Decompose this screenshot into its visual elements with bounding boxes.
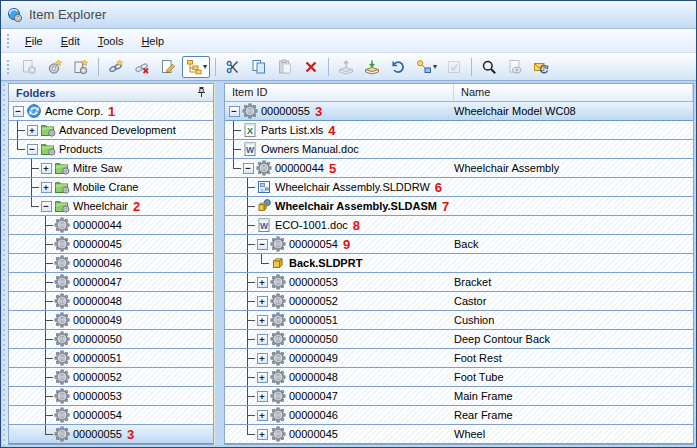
tree-row[interactable]: −Acme Corp.1 [9,102,213,121]
expand-toggle[interactable]: + [257,429,268,440]
tree-row[interactable]: 00000048 [9,292,213,311]
expand-toggle[interactable]: + [41,163,52,174]
undo-arrow-icon [390,59,407,75]
column-header-name[interactable]: Name [454,84,693,101]
menu-tools[interactable]: Tools [89,32,133,50]
view-properties-button[interactable] [17,56,41,78]
expand-toggle[interactable]: + [257,410,268,421]
list-row[interactable]: +00000047Main Frame [225,387,693,406]
list-row[interactable]: +00000046Rear Frame [225,406,693,425]
item-icon [241,103,258,119]
list-row[interactable]: WECO-1001.doc8 [225,216,693,235]
list-row[interactable]: +00000053Bracket [225,273,693,292]
tree-row[interactable]: 00000049 [9,311,213,330]
tree-row[interactable]: 000000553 [9,425,213,444]
search-button[interactable] [477,56,501,78]
menu-edit[interactable]: Edit [52,32,89,50]
tree-guide [25,235,39,253]
tree-row[interactable]: 00000054 [9,406,213,425]
menu-help[interactable]: Help [132,32,173,50]
expand-toggle[interactable]: + [257,334,268,345]
list-row[interactable]: −000000445Wheelchair Assembly [225,159,693,178]
tree-row[interactable]: 00000051 [9,349,213,368]
list-row[interactable]: WOwners Manual.doc [225,140,693,159]
menubar-grip-handle[interactable] [6,33,11,48]
collapse-toggle[interactable]: − [243,163,254,174]
approve-button[interactable] [442,56,466,78]
tree-row[interactable]: 00000050 [9,330,213,349]
item-label: 00000053 [289,276,338,288]
tree-guide [241,368,255,386]
tree-row[interactable]: −Wheelchair2 [9,197,213,216]
list-row[interactable]: +00000051Cushion [225,311,693,330]
expand-toggle[interactable]: + [257,277,268,288]
list-row[interactable]: +00000048Foot Tube [225,368,693,387]
collapse-toggle[interactable]: − [257,239,268,250]
list-row[interactable]: Wheelchair Assembly.SLDDRW6 [225,178,693,197]
expand-toggle[interactable]: + [27,125,38,136]
item-label: Wheelchair Assembly.SLDASM [275,200,437,212]
save-as-new-item-button[interactable] [69,56,93,78]
doc-gear-star-icon [73,59,90,75]
check-out-button[interactable] [334,56,358,78]
tree-guide [11,273,25,291]
tree-row[interactable]: +Mobile Crane [9,178,213,197]
list-row[interactable]: +00000052Castor [225,292,693,311]
delete-button[interactable] [299,56,323,78]
paste-button[interactable] [273,56,297,78]
cut-button[interactable] [221,56,245,78]
change-state-button[interactable]: ▾ [412,56,440,78]
list-row[interactable]: −000000553Wheelchair Model WC08 [225,102,693,121]
collapse-toggle[interactable]: − [13,106,24,117]
expand-toggle[interactable]: + [41,182,52,193]
tree-row[interactable]: 00000045 [9,235,213,254]
preview-document-button[interactable] [503,56,527,78]
tree-guide: + [255,330,269,348]
list-row[interactable]: Back.SLDPRT [225,254,693,273]
tree-guide [241,292,255,310]
collapse-toggle[interactable]: − [229,106,240,117]
list-row[interactable]: +00000045Wheel [225,425,693,444]
list-row[interactable]: −000000549Back [225,235,693,254]
menu-file[interactable]: File [16,32,52,50]
tree-row[interactable]: 00000052 [9,368,213,387]
item-icon [269,350,286,366]
edit-document-button[interactable] [156,56,180,78]
collapse-toggle[interactable]: − [41,201,52,212]
name-cell: Wheelchair Assembly [454,162,559,174]
undo-checkout-button[interactable] [386,56,410,78]
tree-row[interactable]: +Mitre Saw [9,159,213,178]
copy-button[interactable] [247,56,271,78]
send-notification-button[interactable] [529,56,553,78]
expand-toggle[interactable]: + [257,296,268,307]
remove-link-button[interactable] [130,56,154,78]
toolbar-separator [215,58,216,76]
expand-toggle[interactable]: + [257,372,268,383]
tree-row[interactable]: 00000044 [9,216,213,235]
tree-guide [241,216,255,234]
tree-display-options-button[interactable]: ▾ [182,56,210,78]
new-item-button[interactable] [43,56,67,78]
toolbar-grip-handle[interactable] [6,59,11,74]
tree-row[interactable]: −Products [9,140,213,159]
list-row[interactable]: Wheelchair Assembly.SLDASM7 [225,197,693,216]
expand-toggle[interactable]: + [257,315,268,326]
column-header-item-id[interactable]: Item ID [225,84,454,101]
tree-row[interactable]: 00000046 [9,254,213,273]
collapse-toggle[interactable]: − [27,144,38,155]
list-row[interactable]: +00000049Foot Rest [225,349,693,368]
expand-toggle[interactable]: + [257,391,268,402]
tree-guide: − [241,159,255,177]
expand-toggle[interactable]: + [257,353,268,364]
tree-guide [227,425,241,443]
tree-row[interactable]: +Advanced Development [9,121,213,140]
list-row[interactable]: +00000050Deep Contour Back [225,330,693,349]
pin-icon[interactable] [194,86,208,100]
tree-row[interactable]: 00000053 [9,387,213,406]
create-link-button[interactable] [104,56,128,78]
tree-row[interactable]: 00000047 [9,273,213,292]
panel-splitter[interactable] [214,83,224,445]
list-row[interactable]: XParts List.xls4 [225,121,693,140]
item-label: Back.SLDPRT [289,257,362,269]
check-in-button[interactable] [360,56,384,78]
